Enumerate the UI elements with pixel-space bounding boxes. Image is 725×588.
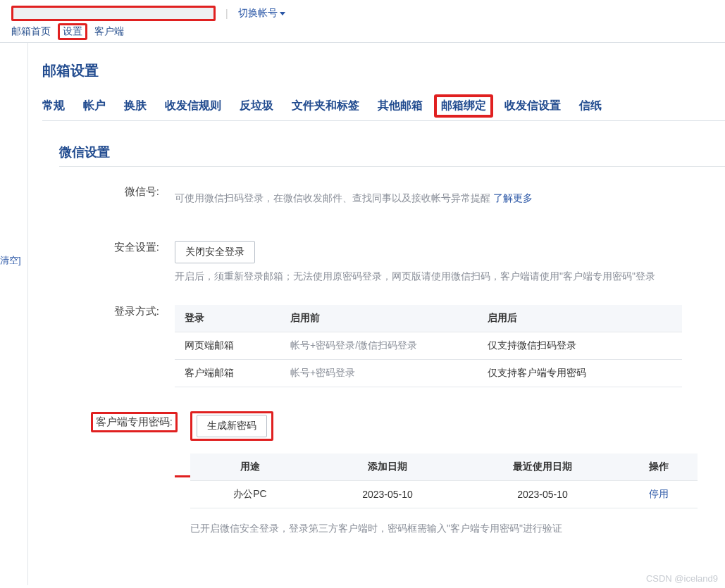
switch-account-label: 切换帐号 xyxy=(238,7,278,20)
td-login: 网页端邮箱 xyxy=(175,332,280,360)
td-after: 仅支持客户端专用密码 xyxy=(478,360,682,387)
td-login: 客户端邮箱 xyxy=(175,360,280,387)
top-nav: 邮箱首页 设置 客户端 xyxy=(11,25,714,38)
td-last-use: 2023-05-10 xyxy=(465,481,620,508)
learn-more-link[interactable]: 了解更多 xyxy=(493,192,533,204)
top-bar: | 切换帐号 邮箱首页 设置 客户端 xyxy=(0,0,725,38)
account-email-redacted xyxy=(11,6,216,21)
th-last-use: 最近使用日期 xyxy=(465,453,620,481)
wechat-id-hint: 可使用微信扫码登录，在微信收发邮件、查找同事以及接收帐号异常提醒 了解更多 xyxy=(175,189,725,207)
td-before: 帐号+密码登录 xyxy=(280,360,478,387)
th-usage: 用途 xyxy=(190,453,310,481)
client-password-label: 客户端专用密码: xyxy=(91,412,178,432)
field-login-method: 登录方式: 登录 启用前 启用后 网页端邮箱 帐号+密码登录/微信扫码登录 xyxy=(59,305,725,387)
wechat-id-label: 微信号: xyxy=(59,185,175,207)
table-row: 用途 添加日期 最近使用日期 操作 xyxy=(190,453,698,481)
main-content: 邮箱设置 常规 帐户 换肤 收发信规则 反垃圾 文件夹和标签 其他邮箱 邮箱绑定… xyxy=(28,43,725,585)
table-row: 客户端邮箱 帐号+密码登录 仅支持客户端专用密码 xyxy=(175,360,682,387)
tab-rules[interactable]: 收发信规则 xyxy=(165,99,221,113)
left-rail-clear[interactable]: 清空] xyxy=(0,255,21,265)
security-hint: 开启后，须重新登录邮箱；无法使用原密码登录，网页版请使用微信扫码，客户端请使用"… xyxy=(175,268,725,285)
close-secure-login-button[interactable]: 关闭安全登录 xyxy=(175,241,255,263)
main-layout: 清空] 邮箱设置 常规 帐户 换肤 收发信规则 反垃圾 文件夹和标签 其他邮箱 … xyxy=(0,43,725,585)
tab-account[interactable]: 帐户 xyxy=(83,99,106,113)
client-password-table: 用途 添加日期 最近使用日期 操作 办公PC 2023-05-10 2023-0… xyxy=(190,453,698,508)
table-row: 办公PC 2023-05-10 2023-05-10 停用 xyxy=(190,481,698,508)
table-row: 登录 启用前 启用后 xyxy=(175,305,682,332)
td-after: 仅支持微信扫码登录 xyxy=(478,332,682,360)
page-title: 邮箱设置 xyxy=(42,61,725,80)
security-label: 安全设置: xyxy=(59,241,175,285)
tab-binding[interactable]: 邮箱绑定 xyxy=(434,94,493,118)
left-rail: 清空] xyxy=(0,43,28,585)
th-login: 登录 xyxy=(175,305,280,332)
nav-settings[interactable]: 设置 xyxy=(58,23,87,40)
section-divider xyxy=(59,166,725,167)
nav-inbox[interactable]: 邮箱首页 xyxy=(11,25,51,38)
tab-skin[interactable]: 换肤 xyxy=(124,99,147,113)
field-security: 安全设置: 关闭安全登录 开启后，须重新登录邮箱；无法使用原密码登录，网页版请使… xyxy=(59,241,725,285)
field-client-password: 客户端专用密码: 生成新密码 用途 添加日期 最近使用日期 操作 xyxy=(59,415,725,537)
wechat-hint-text: 可使用微信扫码登录，在微信收发邮件、查找同事以及接收帐号异常提醒 xyxy=(175,192,493,204)
switch-account-link[interactable]: 切换帐号 xyxy=(238,7,285,20)
settings-tabs: 常规 帐户 换肤 收发信规则 反垃圾 文件夹和标签 其他邮箱 邮箱绑定 收发信设… xyxy=(42,90,725,121)
table-row: 网页端邮箱 帐号+密码登录/微信扫码登录 仅支持微信扫码登录 xyxy=(175,332,682,360)
td-usage: 办公PC xyxy=(190,481,310,508)
generate-password-button[interactable]: 生成新密码 xyxy=(197,415,267,437)
section-wechat-title: 微信设置 xyxy=(59,144,725,161)
td-action: 停用 xyxy=(620,481,698,508)
th-after: 启用后 xyxy=(478,305,682,332)
tab-stationery[interactable]: 信纸 xyxy=(579,99,602,113)
th-add-date: 添加日期 xyxy=(310,453,465,481)
client-password-hint: 已开启微信安全登录，登录第三方客户端时，密码框需输入"客户端专用密码"进行验证 xyxy=(190,520,725,537)
td-add-date: 2023-05-10 xyxy=(310,481,465,508)
account-row: | 切换帐号 xyxy=(11,6,714,21)
tab-other-mail[interactable]: 其他邮箱 xyxy=(378,99,423,113)
th-action: 操作 xyxy=(620,453,698,481)
login-method-table: 登录 启用前 启用后 网页端邮箱 帐号+密码登录/微信扫码登录 仅支持微信扫码登… xyxy=(175,305,682,387)
field-wechat-id: 微信号: 可使用微信扫码登录，在微信收发邮件、查找同事以及接收帐号异常提醒 了解… xyxy=(59,185,725,207)
vertical-divider: | xyxy=(225,8,228,19)
red-connector xyxy=(175,475,190,477)
login-method-label: 登录方式: xyxy=(59,305,175,387)
tab-general[interactable]: 常规 xyxy=(42,99,65,113)
tab-spam[interactable]: 反垃圾 xyxy=(240,99,273,113)
td-before: 帐号+密码登录/微信扫码登录 xyxy=(280,332,478,360)
th-before: 启用前 xyxy=(280,305,478,332)
disable-password-link[interactable]: 停用 xyxy=(649,488,669,499)
caret-down-icon xyxy=(280,12,285,15)
tab-send-recv[interactable]: 收发信设置 xyxy=(504,99,561,113)
nav-client[interactable]: 客户端 xyxy=(94,25,124,38)
tab-folders[interactable]: 文件夹和标签 xyxy=(292,99,359,113)
gen-password-highlight: 生成新密码 xyxy=(190,411,273,441)
